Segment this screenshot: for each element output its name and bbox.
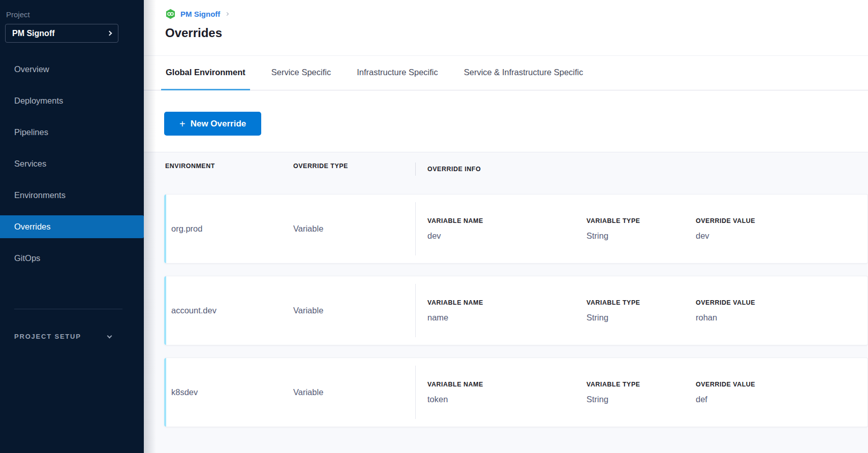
override-value-label: OVERRIDE VALUE — [696, 381, 867, 388]
tab-service-and-infrastructure-specific[interactable]: Service & Infrastructure Specific — [459, 56, 588, 90]
variable-name-value: token — [427, 395, 586, 404]
row-override-info: VARIABLE NAME name VARIABLE TYPE String … — [415, 284, 867, 337]
row-environment: org.prod — [166, 195, 292, 263]
sidebar-item-environments[interactable]: Environments — [0, 184, 144, 207]
page-header: PM Signoff Overrides — [144, 0, 868, 56]
sidebar: Project PM Signoff Overview Deployments … — [0, 0, 144, 453]
row-environment: k8sdev — [166, 358, 292, 427]
row-override-type: Variable — [292, 276, 415, 345]
sidebar-item-deployments[interactable]: Deployments — [0, 89, 144, 112]
sidebar-divider — [14, 309, 122, 309]
table-row[interactable]: account.dev Variable VARIABLE NAME name … — [164, 276, 868, 345]
sidebar-item-pipelines[interactable]: Pipelines — [0, 121, 144, 144]
table-row[interactable]: k8sdev Variable VARIABLE NAME token VARI… — [164, 358, 868, 427]
variable-name-label: VARIABLE NAME — [427, 217, 586, 224]
sidebar-item-gitops[interactable]: GitOps — [0, 247, 144, 270]
breadcrumb-project-link[interactable]: PM Signoff — [180, 10, 220, 18]
plus-icon: + — [179, 119, 185, 129]
sidebar-item-label: Environments — [14, 190, 66, 200]
row-environment: account.dev — [166, 276, 292, 345]
override-value-field: OVERRIDE VALUE rohan — [696, 299, 867, 322]
breadcrumb-chevron-icon — [225, 12, 229, 16]
variable-name-label: VARIABLE NAME — [427, 299, 586, 306]
project-selector-value: PM Signoff — [12, 29, 108, 38]
project-setup-toggle[interactable]: PROJECT SETUP — [0, 333, 144, 340]
variable-name-field: VARIABLE NAME token — [427, 381, 586, 404]
variable-type-value: String — [586, 313, 696, 322]
tab-bar: Global Environment Service Specific Infr… — [144, 56, 868, 90]
column-header-override-type: OVERRIDE TYPE — [292, 163, 415, 170]
sidebar-item-services[interactable]: Services — [0, 152, 144, 175]
sidebar-item-label: GitOps — [14, 253, 40, 263]
row-override-type: Variable — [292, 358, 415, 427]
new-override-button[interactable]: + New Override — [164, 112, 261, 136]
sidebar-item-overview[interactable]: Overview — [0, 58, 144, 81]
tab-global-environment[interactable]: Global Environment — [161, 56, 250, 90]
sidebar-item-label: Deployments — [14, 96, 63, 106]
variable-name-field: VARIABLE NAME name — [427, 299, 586, 322]
override-value-value: rohan — [696, 313, 867, 322]
sidebar-item-label: Pipelines — [14, 127, 48, 137]
variable-name-label: VARIABLE NAME — [427, 381, 586, 388]
sidebar-item-label: Overview — [14, 64, 49, 74]
variable-type-value: String — [586, 395, 696, 404]
override-value-value: def — [696, 395, 867, 404]
sidebar-item-overrides[interactable]: Overrides — [0, 215, 144, 238]
variable-type-label: VARIABLE TYPE — [586, 299, 696, 306]
overrides-table: ENVIRONMENT OVERRIDE TYPE OVERRIDE INFO … — [144, 152, 868, 453]
sidebar-item-label: Services — [14, 159, 46, 169]
row-override-type: Variable — [292, 195, 415, 263]
row-override-info: VARIABLE NAME dev VARIABLE TYPE String O… — [415, 202, 867, 255]
variable-type-field: VARIABLE TYPE String — [586, 299, 696, 322]
breadcrumb: PM Signoff — [165, 9, 868, 19]
variable-name-value: name — [427, 313, 586, 322]
override-value-label: OVERRIDE VALUE — [696, 299, 867, 306]
chevron-right-icon — [107, 31, 112, 36]
variable-type-value: String — [586, 231, 696, 241]
variable-type-label: VARIABLE TYPE — [586, 381, 696, 388]
column-header-environment: ENVIRONMENT — [164, 163, 292, 170]
table-header-row: ENVIRONMENT OVERRIDE TYPE OVERRIDE INFO — [164, 152, 868, 194]
toolbar: + New Override — [144, 90, 868, 152]
new-override-button-label: New Override — [191, 119, 246, 129]
sidebar-nav: Overview Deployments Pipelines Services … — [0, 58, 144, 278]
row-override-info: VARIABLE NAME token VARIABLE TYPE String… — [415, 366, 867, 419]
cd-module-icon — [165, 9, 176, 19]
column-header-override-info: OVERRIDE INFO — [415, 163, 868, 176]
variable-name-value: dev — [427, 231, 586, 241]
override-value-field: OVERRIDE VALUE dev — [696, 217, 867, 241]
sidebar-item-label: Overrides — [14, 222, 51, 232]
table-row[interactable]: org.prod Variable VARIABLE NAME dev VARI… — [164, 194, 868, 264]
main-content: PM Signoff Overrides Global Environment … — [144, 0, 868, 453]
variable-type-field: VARIABLE TYPE String — [586, 381, 696, 404]
variable-type-field: VARIABLE TYPE String — [586, 217, 696, 241]
page-title: Overrides — [165, 26, 868, 40]
chevron-down-icon — [107, 333, 112, 338]
override-value-label: OVERRIDE VALUE — [696, 217, 867, 224]
override-value-value: dev — [696, 231, 867, 241]
variable-type-label: VARIABLE TYPE — [586, 217, 696, 224]
project-selector[interactable]: PM Signoff — [5, 24, 118, 43]
tab-service-specific[interactable]: Service Specific — [267, 56, 335, 90]
project-label: Project — [6, 10, 144, 19]
variable-name-field: VARIABLE NAME dev — [427, 217, 586, 241]
project-setup-label: PROJECT SETUP — [14, 333, 81, 340]
tab-infrastructure-specific[interactable]: Infrastructure Specific — [352, 56, 443, 90]
override-value-field: OVERRIDE VALUE def — [696, 381, 867, 404]
